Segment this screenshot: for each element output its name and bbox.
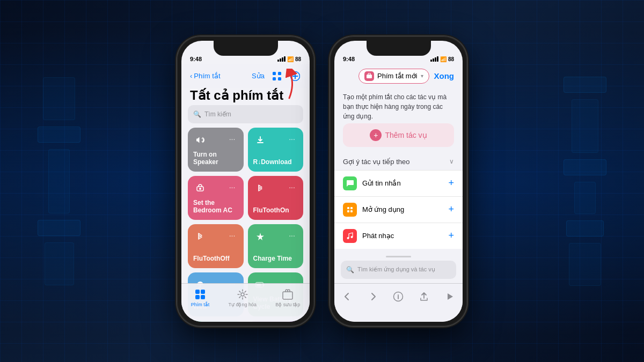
edit-button-1[interactable]: Sửa xyxy=(252,72,265,80)
grid-icon-1[interactable] xyxy=(271,70,283,82)
plus-icon-1[interactable] xyxy=(289,70,301,82)
suggestion-play-music[interactable]: Phát nhạc + xyxy=(334,223,463,249)
shortcut-pill[interactable]: Phím tắt mới ▾ xyxy=(358,69,429,84)
more-icon-6[interactable]: ··· xyxy=(286,230,298,241)
svg-rect-15 xyxy=(195,295,200,299)
pill-icon xyxy=(364,71,374,81)
phone-2-screen: 9:48 📶 88 xyxy=(334,41,463,322)
tab-gallery-label: Bộ sưu tập xyxy=(275,302,300,307)
bar4 xyxy=(284,56,286,62)
card-name-4: FluToothOn xyxy=(253,206,298,214)
status-time-1: 9:48 xyxy=(190,56,202,62)
phone-1: 9:48 📶 88 ‹ Phím tắt xyxy=(177,36,314,326)
svg-rect-1 xyxy=(278,72,281,75)
chevron-left-icon-1: ‹ xyxy=(190,72,192,80)
bar1 xyxy=(277,60,279,62)
messages-app-icon xyxy=(343,176,357,190)
card-top-6: ··· xyxy=(253,230,298,243)
svg-rect-0 xyxy=(273,72,276,75)
suggestions-title: Gợi ý tác vụ tiếp theo xyxy=(343,158,409,166)
automation-tab-icon xyxy=(235,288,250,301)
done-button[interactable]: Xong xyxy=(434,71,454,80)
card-name-5: FluToothOff xyxy=(193,255,238,262)
phones-container: 9:48 📶 88 ‹ Phím tắt xyxy=(177,36,467,326)
back-arrow-icon[interactable] xyxy=(340,290,355,303)
bar3 xyxy=(282,57,283,62)
suggestion-add-3[interactable]: + xyxy=(448,230,454,241)
nav-actions-1: Sửa xyxy=(252,70,301,82)
suggestion-label-3: Phát nhạc xyxy=(362,232,394,240)
bar4b xyxy=(437,56,438,62)
suggestion-label-2: Mở ứng dụng xyxy=(362,205,404,213)
svg-rect-18 xyxy=(283,292,292,299)
signal-2 xyxy=(430,56,438,62)
info-icon[interactable] xyxy=(391,290,406,303)
svg-rect-16 xyxy=(201,295,205,299)
notch-1 xyxy=(214,41,278,56)
svg-point-17 xyxy=(241,293,244,296)
play-icon[interactable] xyxy=(442,290,457,303)
suggestions-chevron-icon[interactable]: ∨ xyxy=(449,158,454,165)
suggestion-messages[interactable]: Gửi tin nhắn + xyxy=(334,170,463,196)
status-time-2: 9:48 xyxy=(343,56,355,62)
tab-automation[interactable]: Tự động hóa xyxy=(228,288,257,307)
bar1b xyxy=(430,60,432,62)
svg-point-9 xyxy=(199,188,201,190)
ac-icon xyxy=(193,181,207,195)
shortcut-flutoothon[interactable]: ··· FluToothOn xyxy=(248,176,304,220)
svg-marker-27 xyxy=(448,293,453,300)
bottom-toolbar-2 xyxy=(334,283,463,322)
bottom-search-placeholder: Tìm kiếm ứng dụng và tác vụ xyxy=(357,266,435,273)
tab-gallery[interactable]: Bộ sưu tập xyxy=(275,288,300,307)
back-label-1: Phím tắt xyxy=(194,72,220,80)
card-top-2: ··· xyxy=(253,133,298,147)
signal-1 xyxy=(277,56,286,62)
more-icon-3[interactable]: ··· xyxy=(226,181,238,193)
open-app-icon xyxy=(343,203,357,217)
more-icon-4[interactable]: ··· xyxy=(286,181,298,193)
search-icon-1: 🔍 xyxy=(193,110,201,118)
suggestion-left-2: Mở ứng dụng xyxy=(343,203,404,217)
svg-point-24 xyxy=(347,237,349,239)
svg-rect-21 xyxy=(350,207,353,209)
svg-rect-22 xyxy=(347,210,349,212)
shortcut-turn-on-speaker[interactable]: ··· Turn on Speaker xyxy=(188,128,244,172)
add-action-button[interactable]: + Thêm tác vụ xyxy=(343,123,454,147)
svg-rect-23 xyxy=(350,210,353,212)
more-icon-2[interactable]: ··· xyxy=(286,133,298,145)
shortcut-flutoothoff[interactable]: ··· FluToothOff xyxy=(188,224,244,268)
tab-shortcuts[interactable]: Phím tắt xyxy=(191,288,210,307)
nav-bar-2: Phím tắt mới ▾ Xong xyxy=(334,64,463,88)
bluetooth-on-icon xyxy=(253,181,267,195)
forward-arrow-icon[interactable] xyxy=(365,290,380,303)
search-bar-1[interactable]: 🔍 Tìm kiếm xyxy=(188,105,303,123)
svg-rect-3 xyxy=(278,77,281,80)
bottom-search-bar[interactable]: 🔍 Tìm kiếm ứng dụng và tác vụ xyxy=(341,261,456,279)
suggestion-add-1[interactable]: + xyxy=(448,178,454,189)
download-icon xyxy=(253,133,267,147)
suggestion-open-app[interactable]: Mở ứng dụng + xyxy=(334,196,463,223)
speaker-icon xyxy=(193,133,207,147)
suggestion-left-1: Gửi tin nhắn xyxy=(343,176,401,190)
bar2 xyxy=(280,58,281,62)
tab-shortcuts-label: Phím tắt xyxy=(191,302,210,307)
svg-rect-14 xyxy=(201,290,205,294)
right-decoration xyxy=(526,0,644,362)
more-icon-1[interactable]: ··· xyxy=(226,133,238,145)
suggestion-left-3: Phát nhạc xyxy=(343,229,394,243)
search-placeholder-1: Tìm kiếm xyxy=(204,110,231,118)
back-button-1[interactable]: ‹ Phím tắt xyxy=(190,72,221,80)
pill-label: Phím tắt mới xyxy=(377,72,418,80)
description-text: Tạo một phím tắt cho các tác vụ mà bạn t… xyxy=(343,92,454,121)
suggestion-add-2[interactable]: + xyxy=(448,204,454,215)
more-icon-5[interactable]: ··· xyxy=(226,230,238,241)
battery-1: 88 xyxy=(295,56,301,62)
shortcut-download[interactable]: ··· R↓Download xyxy=(248,128,304,172)
search-icon-2: 🔍 xyxy=(346,266,354,274)
shortcut-charge-time[interactable]: ··· Charge Time xyxy=(248,224,304,268)
chevron-down-icon: ▾ xyxy=(421,73,423,79)
share-icon[interactable] xyxy=(416,290,431,303)
shortcut-bedroom-ac[interactable]: ··· Set the Bedroom AC xyxy=(188,176,244,220)
wifi-icon-1: 📶 xyxy=(287,56,294,62)
bluetooth-off-icon xyxy=(193,230,207,243)
